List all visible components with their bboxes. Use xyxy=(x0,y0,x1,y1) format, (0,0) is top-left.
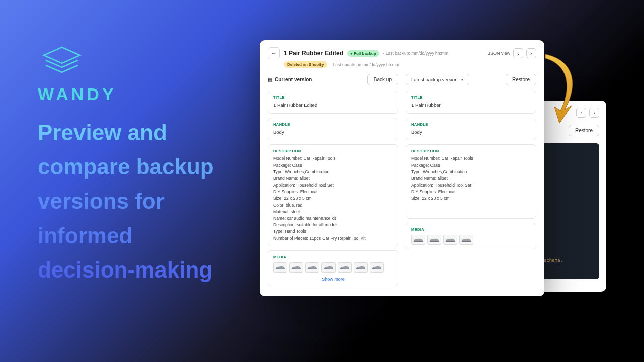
media-thumbnail[interactable] xyxy=(338,262,352,273)
media-section: MEDIA xyxy=(406,223,536,249)
description-section: DESCRIPTION Model Number: Car Repair Too… xyxy=(268,144,398,246)
headline: Preview and compare backup versions for … xyxy=(38,116,229,287)
media-thumbnail[interactable] xyxy=(354,262,368,273)
description-line: Name: car audio maintenance kit xyxy=(273,215,393,222)
media-thumbnail[interactable] xyxy=(443,235,457,245)
restore-button[interactable]: Restore xyxy=(569,125,599,136)
compare-modal: ← 1 Pair Rubber Edited ● Full backup - L… xyxy=(260,40,544,296)
description-line: Type: Wrenches,Combination xyxy=(273,169,393,175)
svg-rect-3 xyxy=(324,268,333,269)
calendar-icon: ▤ xyxy=(268,77,272,82)
current-version-column: ▤ Current version Back up TITLE 1 Pair R… xyxy=(268,74,398,286)
svg-rect-2 xyxy=(308,268,317,269)
description-line: Size: 22 x 23 x 5 cm xyxy=(411,195,531,202)
stack-icon xyxy=(38,45,117,78)
description-line: Type: Wrenches,Combination xyxy=(411,169,531,175)
media-section: MEDIA Show more xyxy=(268,250,398,286)
description-line: Package: Case xyxy=(273,162,393,169)
description-line: Color: blue, red xyxy=(273,202,393,209)
svg-rect-5 xyxy=(356,268,365,269)
backup-version-column: Latest backup version ▼ Restore TITLE 1 … xyxy=(406,74,536,286)
last-update-text: - Last update on mm/dd/yyyy hh:mm xyxy=(330,62,399,67)
svg-rect-8 xyxy=(430,241,439,242)
svg-rect-10 xyxy=(462,241,471,242)
handle-section: HANDLE Body xyxy=(406,118,536,141)
prev-button[interactable]: ‹ xyxy=(576,108,586,118)
description-line: Package: Case xyxy=(411,162,531,169)
description-line: Application: Household Tool Set xyxy=(411,182,531,189)
media-thumbnail[interactable] xyxy=(411,235,425,245)
svg-rect-4 xyxy=(340,268,349,269)
handle-section: HANDLE Body xyxy=(268,118,398,141)
media-thumbnail[interactable] xyxy=(370,262,384,273)
version-dropdown[interactable]: Latest backup version ▼ xyxy=(406,74,469,85)
deleted-badge: Deleted on Shopify xyxy=(284,61,327,68)
json-view-toggle[interactable]: JSON view xyxy=(488,51,510,56)
backup-button[interactable]: Back up xyxy=(367,74,398,85)
media-thumbnail[interactable] xyxy=(273,262,287,273)
description-line: Brand Name: alloet xyxy=(411,175,531,182)
back-button[interactable]: ← xyxy=(268,47,280,59)
brand-block: WANDY xyxy=(38,45,117,104)
description-line: Brand Name: alloet xyxy=(273,175,393,182)
description-line: Application: Household Tool Set xyxy=(273,182,393,189)
description-line: DIY Supplies: Electrical xyxy=(273,189,393,195)
media-thumbnail[interactable] xyxy=(427,235,441,245)
next-button[interactable]: › xyxy=(526,48,536,58)
chevron-down-icon: ▼ xyxy=(460,78,464,81)
description-line: Number of Pieces: 11pcs Car Pry Repair T… xyxy=(273,235,393,242)
show-more-link[interactable]: Show more xyxy=(273,277,393,282)
description-line: Model Number: Car Repair Tools xyxy=(411,155,531,162)
restore-button[interactable]: Restore xyxy=(506,74,536,85)
product-title: 1 Pair Rubber Edited xyxy=(284,50,343,57)
svg-rect-7 xyxy=(414,241,423,242)
description-line: Type: Hand Tools xyxy=(273,228,393,235)
media-thumbnail[interactable] xyxy=(289,262,303,273)
title-value: 1 Pair Rubber xyxy=(411,102,531,109)
next-button[interactable]: › xyxy=(589,108,599,118)
title-section: TITLE 1 Pair Rubber xyxy=(406,90,536,114)
prev-button[interactable]: ‹ xyxy=(513,48,523,58)
brand-name: WANDY xyxy=(38,84,117,104)
title-section: TITLE 1 Pair Rubber Edited xyxy=(268,90,398,114)
description-section: DESCRIPTION Model Number: Car Repair Too… xyxy=(406,144,536,219)
full-backup-badge: ● Full backup xyxy=(347,50,379,57)
description-line: Description: suitable for all models xyxy=(273,222,393,228)
description-line: DIY Supplies: Electrical xyxy=(411,189,531,195)
media-thumbnail[interactable] xyxy=(305,262,319,273)
description-line: Size: 22 x 23 x 5 cm xyxy=(273,195,393,202)
svg-rect-9 xyxy=(446,241,455,242)
svg-rect-0 xyxy=(276,268,285,269)
description-line: Material: steel xyxy=(273,209,393,215)
title-value: 1 Pair Rubber Edited xyxy=(273,102,393,109)
handle-value: Body xyxy=(273,129,393,136)
svg-rect-6 xyxy=(372,268,381,269)
last-backup-text: - Last backup: mm/dd/yyyy hh:mm xyxy=(383,51,448,56)
media-thumbnail[interactable] xyxy=(321,262,336,273)
current-version-label: Current version xyxy=(275,77,312,82)
media-thumbnail[interactable] xyxy=(459,235,473,245)
handle-value: Body xyxy=(411,129,531,136)
svg-rect-1 xyxy=(292,268,301,269)
description-line: Model Number: Car Repair Tools xyxy=(273,155,393,162)
